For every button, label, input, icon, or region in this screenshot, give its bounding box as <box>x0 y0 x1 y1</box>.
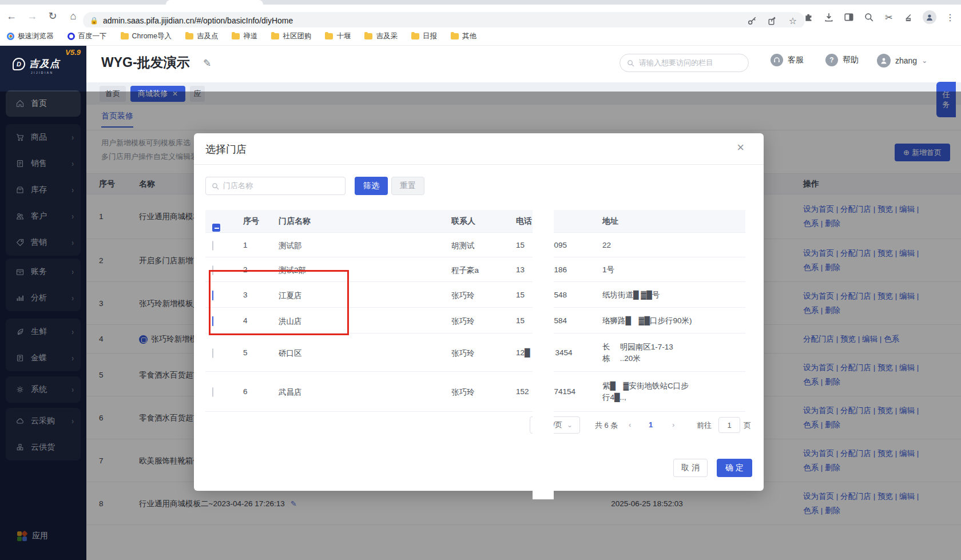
customer-service-button[interactable]: 客服 <box>771 54 804 66</box>
bookmark-label: 其他 <box>462 31 476 41</box>
total-count: 共 6 条 <box>595 420 618 431</box>
col-store-name: 门店名称 <box>279 216 311 227</box>
store-checkbox[interactable] <box>212 348 213 358</box>
dialog-title: 选择门店 <box>205 142 247 156</box>
browser-menu-icon[interactable]: ⋮ <box>944 11 956 23</box>
password-key-icon[interactable] <box>745 14 758 27</box>
store-address: 22 <box>602 240 740 251</box>
folder-icon <box>411 33 419 39</box>
redaction-strip <box>533 210 554 499</box>
bookmark-label: 吉及点 <box>197 31 219 41</box>
extensions-icon[interactable] <box>803 11 815 23</box>
customer-service-label: 客服 <box>788 55 804 65</box>
cancel-button[interactable]: 取 消 <box>673 459 708 477</box>
help-button[interactable]: ? 帮助 <box>825 54 859 66</box>
filter-button[interactable]: 筛选 <box>355 177 388 195</box>
share-icon[interactable] <box>766 14 779 27</box>
user-name: zhang <box>895 56 917 65</box>
search-tabs-icon[interactable] <box>863 11 875 23</box>
store-contact: 张巧玲 <box>451 316 475 327</box>
store-name: 测试部 <box>279 241 302 251</box>
home-icon[interactable]: ⌂ <box>64 7 82 25</box>
page-header: WYG-批发演示 ✎ 请输入想要访问的栏目 客服 ? 帮助 zhang ⌄ <box>86 46 961 82</box>
folder-icon <box>271 33 279 39</box>
bookmark-item[interactable]: 极速浏览器 <box>7 31 54 41</box>
cleaner-brush-icon[interactable] <box>903 11 915 23</box>
bookmark-star-icon[interactable]: ☆ <box>787 14 799 27</box>
col-no: 序号 <box>243 216 259 227</box>
store-row[interactable]: 5硚口区张巧玲12█3454长 明园南区1-7-13栋 ..20米 <box>205 333 745 372</box>
store-contact: 胡测试 <box>451 241 475 251</box>
url-text[interactable]: admin.saas.pifa.jijidian.cn/#/option/bas… <box>103 16 293 25</box>
user-menu[interactable]: zhang ⌄ <box>877 54 927 67</box>
store-search-placeholder: 门店名称 <box>223 181 253 191</box>
bookmark-item[interactable]: 其他 <box>451 31 476 41</box>
menu-search-placeholder: 请输入想要访问的栏目 <box>639 58 713 68</box>
col-contact: 联系人 <box>451 216 475 227</box>
store-contact: 程子豪a <box>451 265 479 276</box>
bookmark-item[interactable]: 十堰 <box>325 31 351 41</box>
prev-page-icon[interactable]: ‹ <box>629 420 631 429</box>
url-bar[interactable]: 🔒 admin.saas.pifa.jijidian.cn/#/option/b… <box>83 12 805 29</box>
bookmark-label: Chrome导入 <box>132 31 172 41</box>
help-label: 帮助 <box>843 55 859 65</box>
goto-page-input[interactable]: 1 <box>718 417 740 433</box>
edit-title-pencil-icon[interactable]: ✎ <box>203 57 211 69</box>
bookmark-label: 极速浏览器 <box>18 31 54 41</box>
chevron-down-icon: ⌄ <box>567 421 573 429</box>
store-index: 1 <box>243 241 248 249</box>
browser-active-tab[interactable] <box>166 0 263 5</box>
screenshot-scissors-icon[interactable]: ✂ <box>883 11 895 23</box>
next-page-icon[interactable]: › <box>672 420 674 429</box>
bookmark-label: 社区团购 <box>283 31 311 41</box>
bookmark-item[interactable]: 百度一下 <box>67 31 107 41</box>
dialog-close-icon[interactable]: × <box>737 141 744 154</box>
annotation-red-box <box>209 270 349 335</box>
reset-button[interactable]: 重置 <box>391 177 424 195</box>
bookmark-item[interactable]: Chrome导入 <box>121 31 172 41</box>
store-contact: 张巧玲 <box>451 291 475 301</box>
goto-unit: 页 <box>744 420 751 431</box>
download-icon[interactable] <box>823 11 835 23</box>
store-row[interactable]: 1测试部胡测试15909522 <box>205 233 745 257</box>
version-label: V5.9 <box>65 48 81 57</box>
store-checkbox[interactable] <box>212 387 213 397</box>
col-phone: 电话 <box>516 216 532 227</box>
store-row[interactable]: 6武昌店张巧玲15274154紫█ ▓安街地铁站C口步行4█.., <box>205 372 745 412</box>
lock-icon: 🔒 <box>90 17 98 25</box>
store-index: 6 <box>243 387 248 396</box>
bookmark-item[interactable]: 吉及点 <box>185 31 219 41</box>
bookmark-item[interactable]: 禅道 <box>232 31 257 41</box>
store-address: 紫█ ▓安街地铁站C口步行4█.., <box>602 380 740 403</box>
split-screen-icon[interactable] <box>843 11 855 23</box>
bookmark-item[interactable]: 日报 <box>411 31 437 41</box>
bookmark-label: 百度一下 <box>78 31 107 41</box>
bookmark-item[interactable]: 社区团购 <box>271 31 311 41</box>
app-root: V5.9 D 吉及点 JIJIDIAN 首页商品›销售›库存›客户›营销›账务›… <box>0 46 961 560</box>
store-checkbox[interactable] <box>212 241 213 251</box>
back-icon[interactable]: ← <box>2 7 21 25</box>
search-icon <box>627 59 634 67</box>
menu-search-input[interactable]: 请输入想要访问的栏目 <box>620 54 749 72</box>
bookmark-label: 日报 <box>423 31 437 41</box>
confirm-button[interactable]: 确 定 <box>717 459 752 477</box>
select-all-checkbox[interactable] <box>212 224 220 232</box>
browser-toolbar: ← → ↻ ⌂ 🔒 admin.saas.pifa.jijidian.cn/#/… <box>0 5 961 27</box>
store-contact: 张巧玲 <box>451 387 475 398</box>
bookmark-label: 十堰 <box>336 31 351 41</box>
headset-icon <box>771 54 783 66</box>
brand-mark-icon: D <box>13 58 25 70</box>
brand-name: 吉及点 <box>29 57 60 70</box>
folder-icon <box>325 33 333 39</box>
browser-profile-avatar[interactable] <box>923 10 936 24</box>
bookmark-item[interactable]: 吉及采 <box>364 31 398 41</box>
store-name-search-input[interactable]: 门店名称 <box>205 177 346 195</box>
store-contact: 张巧玲 <box>451 348 475 359</box>
folder-icon <box>451 33 459 39</box>
forward-icon[interactable]: → <box>23 7 41 25</box>
current-page[interactable]: 1 <box>649 420 653 429</box>
store-address: 1号 <box>602 264 740 276</box>
user-avatar <box>877 54 891 67</box>
reload-icon[interactable]: ↻ <box>43 7 62 25</box>
store-name: 武昌店 <box>279 387 302 398</box>
